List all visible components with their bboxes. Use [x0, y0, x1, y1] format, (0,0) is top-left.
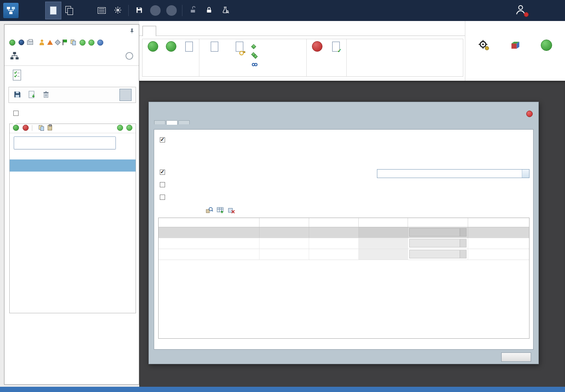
from-any-process-button[interactable]	[252, 52, 261, 59]
back-button[interactable]	[147, 2, 163, 19]
tab-instruction[interactable]	[154, 120, 165, 124]
flask-search-icon	[221, 6, 229, 15]
flag-button[interactable]	[63, 40, 68, 45]
from-template-button[interactable]	[163, 41, 180, 75]
reports-button[interactable]	[94, 2, 110, 19]
from-v7-button[interactable]	[181, 41, 197, 75]
copy-docs-button[interactable]	[71, 40, 77, 45]
add-button[interactable]	[9, 40, 16, 46]
chevron-down-circle-icon[interactable]	[126, 52, 133, 60]
tab-activity-details[interactable]	[166, 120, 178, 125]
remove-step-button[interactable]	[23, 125, 29, 131]
unlock-icon	[189, 6, 197, 15]
tab-part-assignments[interactable]	[178, 120, 190, 124]
flask-icon	[47, 40, 53, 45]
forward-button[interactable]	[163, 2, 180, 19]
print-button[interactable]	[27, 40, 33, 45]
inspect-button[interactable]	[217, 2, 233, 19]
tag-button[interactable]	[56, 40, 60, 44]
allow-adhoc-checkbox[interactable]	[160, 195, 165, 200]
search-materials-button[interactable]	[206, 207, 213, 215]
step-list-toolbar	[10, 124, 136, 133]
any-order-checkbox[interactable]	[13, 111, 19, 116]
material-cube-icon	[510, 40, 521, 52]
process-definition-button[interactable]	[45, 2, 61, 19]
table-row[interactable]	[159, 249, 529, 260]
include-parts-list-checkbox[interactable]	[160, 182, 165, 187]
capture-mode-select[interactable]	[377, 169, 529, 178]
sample-button[interactable]	[47, 40, 53, 45]
add-step-button[interactable]	[13, 125, 19, 131]
mark-as-primary-button[interactable]: ✓	[327, 41, 345, 75]
move-down-button[interactable]	[126, 125, 132, 131]
process-flow-row[interactable]	[4, 50, 139, 63]
revision-select[interactable]	[409, 228, 467, 237]
tab-document-tools[interactable]	[142, 26, 156, 36]
paste-button[interactable]	[48, 125, 52, 130]
link-to-document-button[interactable]	[228, 41, 250, 75]
lock-button[interactable]	[201, 2, 217, 19]
pause-button[interactable]	[97, 40, 103, 46]
save-button[interactable]	[131, 2, 147, 19]
edit-mode-toggle[interactable]	[119, 89, 132, 101]
chain-link-icon	[252, 62, 258, 67]
assembly-row	[341, 1, 343, 8]
column-header[interactable]	[408, 218, 468, 227]
add-materials-button[interactable]	[217, 207, 224, 215]
material-setup-button[interactable]	[502, 40, 528, 54]
group-label	[199, 75, 306, 76]
resume-button[interactable]	[88, 40, 94, 46]
import-step-button[interactable]	[27, 90, 36, 100]
start-button[interactable]	[80, 40, 86, 46]
delete-step-button[interactable]	[42, 90, 50, 100]
step-selector[interactable]	[14, 136, 116, 149]
release-status-row	[341, 14, 343, 20]
revision-select[interactable]	[409, 250, 467, 258]
routing-button[interactable]	[77, 2, 94, 19]
toolbar-separator	[182, 5, 182, 16]
move-up-button[interactable]	[117, 125, 123, 131]
save-step-button[interactable]	[13, 90, 22, 100]
floppy-disk-icon	[135, 6, 143, 15]
documents-button[interactable]	[61, 2, 77, 19]
settings-button[interactable]	[110, 2, 126, 19]
copy-button[interactable]	[39, 125, 44, 131]
requires-known-units-checkbox[interactable]	[160, 170, 165, 175]
dialog-close-button[interactable]	[526, 111, 533, 117]
chevron-down-icon	[460, 250, 466, 258]
unlock-button[interactable]	[185, 2, 201, 19]
from-url-button[interactable]	[252, 61, 261, 68]
new-button[interactable]	[145, 41, 161, 75]
documents-icon	[71, 40, 76, 45]
include-parts-list-row	[160, 182, 168, 187]
column-header[interactable]	[159, 218, 259, 227]
from-library-button[interactable]	[252, 43, 261, 50]
remove-materials-button[interactable]	[228, 207, 235, 215]
circuit-mapping-button[interactable]	[471, 40, 497, 54]
chevron-down-icon[interactable]	[522, 170, 529, 178]
pin-icon[interactable]	[129, 28, 135, 34]
delete-element-button[interactable]	[309, 41, 325, 75]
is-activity-required-checkbox[interactable]	[160, 137, 165, 143]
table-row[interactable]	[159, 227, 529, 238]
step-list-group	[9, 124, 136, 313]
operator-button[interactable]	[39, 40, 44, 45]
column-header[interactable]	[359, 218, 408, 227]
settings-dialog	[149, 102, 539, 364]
home-button[interactable]	[29, 2, 45, 19]
entry-exit-button[interactable]	[534, 40, 559, 52]
column-header[interactable]	[259, 218, 309, 227]
back-arrow-icon	[150, 5, 161, 16]
column-header[interactable]	[468, 218, 530, 227]
app-logo-icon	[3, 3, 19, 18]
arrow-right-circle-icon	[541, 40, 552, 51]
column-header[interactable]	[309, 218, 359, 227]
activity-list-item-selected[interactable]	[10, 159, 136, 172]
globe-button[interactable]	[19, 40, 24, 45]
revision-select[interactable]	[409, 239, 467, 247]
ok-button[interactable]	[501, 352, 531, 362]
import-from-document-button[interactable]	[202, 41, 227, 75]
table-row[interactable]	[159, 238, 529, 249]
user-button[interactable]	[514, 3, 528, 17]
lock-icon	[205, 6, 213, 15]
